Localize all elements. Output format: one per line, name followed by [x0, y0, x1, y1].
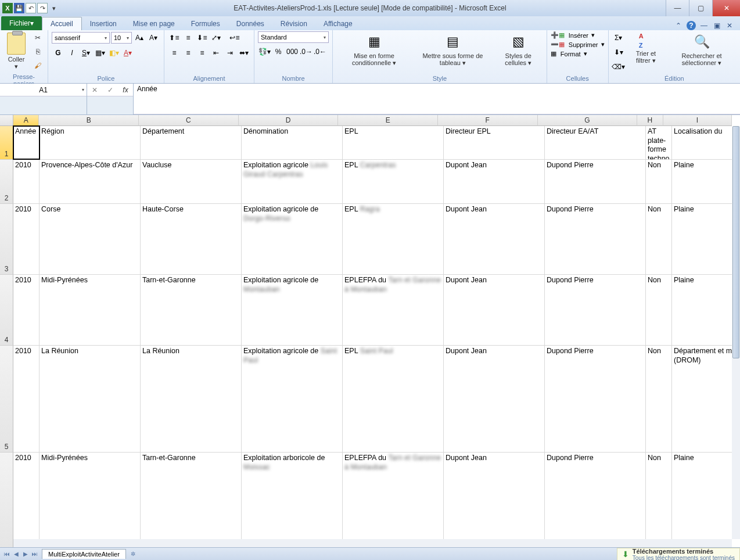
cell[interactable]: Exploitation agricole de Saint Paul: [242, 346, 343, 452]
cell[interactable]: Plaine: [672, 275, 740, 345]
tab-data[interactable]: Données: [228, 17, 272, 30]
cell[interactable]: Dupont Jean: [444, 160, 545, 203]
cell[interactable]: EPL Saint Paul: [343, 346, 444, 452]
cell[interactable]: Année: [13, 126, 39, 159]
maximize-button[interactable]: ▢: [689, 0, 712, 16]
col-header-E[interactable]: E: [338, 115, 438, 126]
vertical-scrollbar[interactable]: [732, 126, 740, 539]
italic-button[interactable]: I: [66, 46, 78, 59]
cells[interactable]: AnnéeRégionDépartementDénominationEPLDir…: [13, 126, 732, 539]
column-headers[interactable]: ABCDEFGHI: [13, 115, 732, 126]
cell[interactable]: Provence-Alpes-Côte d'Azur: [39, 160, 141, 203]
col-header-A[interactable]: A: [13, 115, 39, 126]
row-header-2[interactable]: 2: [0, 160, 13, 204]
row-header-6[interactable]: 6: [0, 453, 13, 547]
cell[interactable]: 2010: [13, 275, 39, 345]
qat-more-icon[interactable]: ▾: [49, 3, 59, 13]
cell[interactable]: Exploitation agricole de Dorgo-Riverso: [242, 204, 343, 274]
cell[interactable]: Directeur EA/AT: [545, 126, 646, 159]
cell-styles-button[interactable]: ▧Styles de cellules ▾: [494, 31, 543, 67]
format-cells-button[interactable]: ▦ Format ▾: [551, 50, 605, 58]
cell[interactable]: 2010: [13, 453, 39, 547]
cell[interactable]: La Réunion: [39, 346, 141, 452]
cell[interactable]: Dénomination: [242, 126, 343, 159]
col-header-I[interactable]: I: [663, 115, 732, 126]
cell[interactable]: Plaine: [672, 204, 740, 274]
save-icon[interactable]: 💾: [14, 3, 24, 13]
tab-review[interactable]: Révision: [272, 17, 315, 30]
formula-input[interactable]: Année: [134, 84, 740, 114]
fill-color-button[interactable]: ◧▾: [107, 46, 120, 59]
cell[interactable]: Midi-Pyrénées: [39, 453, 141, 547]
cell[interactable]: Localisation du: [672, 126, 740, 159]
col-header-H[interactable]: H: [637, 115, 663, 126]
row-header-5[interactable]: 5: [0, 346, 13, 453]
cell[interactable]: Exploitation agricole de Montauban: [242, 275, 343, 345]
help-icon[interactable]: ?: [687, 21, 696, 30]
cell[interactable]: Dupont Jean: [444, 275, 545, 345]
font-color-button[interactable]: A▾: [121, 46, 134, 59]
col-header-F[interactable]: F: [438, 115, 538, 126]
underline-button[interactable]: S▾: [80, 46, 92, 59]
sort-filter-button[interactable]: Trier et filtrer ▾: [627, 31, 665, 65]
row-headers[interactable]: 123456: [0, 126, 13, 539]
merge-icon[interactable]: ⬌▾: [238, 46, 250, 59]
row-header-1[interactable]: 1: [0, 126, 13, 160]
minimize-ribbon-icon[interactable]: ⌃: [674, 21, 683, 30]
col-header-D[interactable]: D: [239, 115, 339, 126]
number-format-select[interactable]: Standard: [258, 31, 329, 43]
row-header-3[interactable]: 3: [0, 204, 13, 275]
font-name-select[interactable]: sansserif: [52, 32, 110, 44]
align-center-icon[interactable]: ≡: [182, 46, 195, 59]
sheet-nav-next-icon[interactable]: ▶: [21, 550, 30, 559]
cell[interactable]: Tarn-et-Garonne: [141, 453, 242, 547]
doc-restore-icon[interactable]: ▣: [712, 21, 721, 30]
align-bottom-icon[interactable]: ⬇≡: [196, 31, 209, 44]
cell[interactable]: Exploitation agricole Louis Giraud Carpe…: [242, 160, 343, 203]
cell[interactable]: Non: [646, 204, 672, 274]
cell[interactable]: Corse: [39, 204, 141, 274]
orientation-icon[interactable]: ⤢▾: [210, 31, 222, 44]
cell[interactable]: Non: [646, 275, 672, 345]
fx-icon[interactable]: fx: [123, 86, 128, 94]
cell[interactable]: EPL: [343, 126, 444, 159]
cell[interactable]: Tarn-et-Garonne: [141, 275, 242, 345]
font-size-select[interactable]: 10: [111, 32, 132, 44]
currency-icon[interactable]: 💱▾: [258, 45, 271, 58]
clear-icon[interactable]: ⌫▾: [612, 60, 625, 73]
excel-icon[interactable]: X: [2, 3, 13, 13]
cell[interactable]: Exploitation arboricole de Moissac: [242, 453, 343, 547]
cell[interactable]: Non: [646, 160, 672, 203]
undo-icon[interactable]: ↶: [26, 3, 36, 13]
cell[interactable]: Région: [39, 126, 141, 159]
new-sheet-icon[interactable]: ✲: [128, 550, 138, 559]
cancel-formula-icon[interactable]: ✕: [92, 86, 98, 94]
tab-layout[interactable]: Mise en page: [125, 17, 183, 30]
select-all-corner[interactable]: [0, 115, 13, 126]
sheet-tab[interactable]: MultiExploitActiviteAtelier: [42, 549, 126, 559]
format-table-button[interactable]: ▤Mettre sous forme de tableau ▾: [414, 31, 491, 67]
sheet-nav-last-icon[interactable]: ⏭: [30, 550, 39, 559]
redo-icon[interactable]: ↷: [37, 3, 48, 13]
align-right-icon[interactable]: ≡: [196, 46, 209, 59]
cell[interactable]: 2010: [13, 204, 39, 274]
percent-icon[interactable]: %: [272, 45, 285, 58]
cell[interactable]: Non: [646, 346, 672, 452]
cell[interactable]: AT plate-forme techno: [646, 126, 672, 159]
accept-formula-icon[interactable]: ✓: [107, 86, 113, 94]
wrap-text-icon[interactable]: ↩≡: [228, 31, 241, 44]
cell[interactable]: La Réunion: [141, 346, 242, 452]
decrease-decimal-icon[interactable]: .0←: [314, 45, 326, 58]
increase-indent-icon[interactable]: ⇥: [224, 46, 236, 59]
bold-button[interactable]: G: [52, 46, 64, 59]
cell[interactable]: Dupont Jean: [444, 453, 545, 547]
close-button[interactable]: ✕: [712, 0, 740, 16]
doc-close-icon[interactable]: ✕: [725, 21, 734, 30]
horizontal-scrollbar[interactable]: [13, 539, 732, 547]
conditional-format-button[interactable]: ▦Mise en forme conditionnelle ▾: [336, 31, 412, 67]
cut-icon[interactable]: ✂: [31, 31, 44, 44]
cell[interactable]: 2010: [13, 346, 39, 452]
fill-icon[interactable]: ⬇▾: [612, 46, 625, 59]
increase-font-icon[interactable]: A▴: [133, 31, 146, 44]
align-top-icon[interactable]: ⬆≡: [168, 31, 181, 44]
